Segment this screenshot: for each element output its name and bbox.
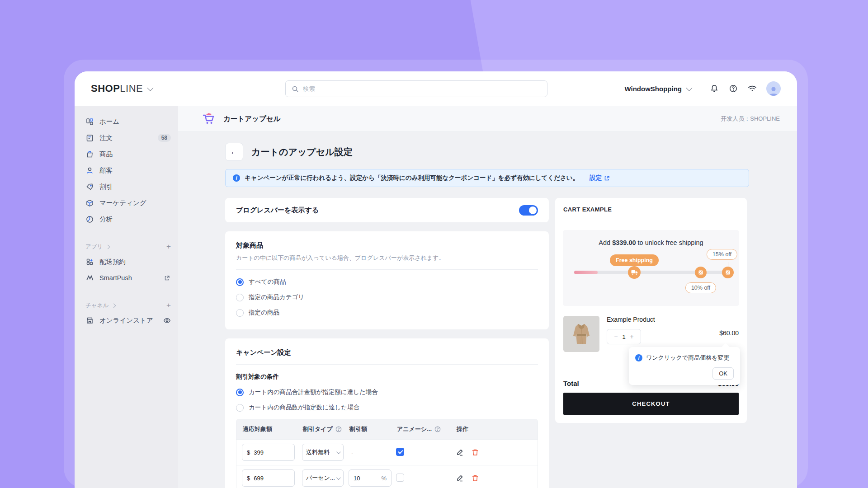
header-divider [700, 84, 700, 94]
total-label: Total [563, 380, 579, 387]
sidebar-item-products[interactable]: 商品 [75, 146, 178, 162]
shopline-logo[interactable]: SHOPLINE [91, 83, 152, 94]
cart-example-card: CART EXAMPLE Add $339.00 to unlock free … [555, 198, 747, 423]
col-target-amount: 適応対象額 [242, 425, 302, 433]
tier2-amount-input[interactable]: $ 699 [242, 469, 295, 487]
ten-percent-pill: 10% off [685, 282, 716, 293]
main-area: カートアップセル 开发人员：SHOPLINE ← カートのアップセル設定 i キ… [178, 106, 797, 488]
truck-icon [631, 270, 638, 275]
sidebar-item-label: 顧客 [99, 166, 171, 175]
app-header: SHOPLINE WindowShopping [75, 71, 797, 106]
search-input[interactable] [303, 85, 542, 92]
tier2-animation-checkbox[interactable] [396, 474, 404, 482]
shopping-bag-icon [85, 150, 94, 158]
tier1-animation-checkbox[interactable] [396, 448, 404, 456]
analytics-pie-icon [85, 215, 94, 223]
sidebar-spacer [75, 227, 178, 240]
free-shipping-pill: Free shipping [610, 254, 659, 266]
add-app-button[interactable]: + [166, 242, 171, 251]
divider [236, 269, 538, 270]
sidebar-item-analytics[interactable]: 分析 [75, 211, 178, 227]
coupon-icon [698, 270, 703, 275]
cart-example-title: CART EXAMPLE [563, 206, 739, 213]
checkout-button[interactable]: CHECKOUT [563, 393, 739, 415]
edit-icon[interactable] [456, 448, 464, 456]
quantity-stepper[interactable]: − 1 + [607, 329, 641, 344]
sidebar-item-orders[interactable]: 注文 58 [75, 130, 178, 146]
help-circle-icon [434, 426, 441, 432]
divider [236, 364, 538, 365]
radio-all-products[interactable]: すべての商品 [236, 278, 538, 286]
col-operations: 操作 [456, 425, 532, 433]
progress-bar-toggle[interactable] [519, 205, 538, 216]
cart-item-row: Example Product − 1 + $60.00 [563, 316, 739, 352]
orders-icon [85, 134, 94, 142]
plus-icon[interactable]: + [630, 333, 634, 340]
app-title: カートアップセル [223, 114, 281, 124]
progress-preview-panel: Add $339.00 to unlock free shipping Free… [563, 230, 739, 306]
user-avatar[interactable] [766, 81, 781, 96]
sidebar-item-discounts[interactable]: 割引 [75, 178, 178, 195]
col-discount-amount: 割引額 [349, 425, 396, 433]
radio-specific-category[interactable]: 指定の商品カテゴリ [236, 293, 538, 301]
chevron-down-icon [686, 85, 692, 91]
back-button[interactable]: ← [225, 143, 243, 161]
tier1-type-select[interactable]: 送料無料 [302, 444, 344, 461]
fifteen-percent-pill: 15% off [707, 249, 737, 260]
sidebar-item-smartpush[interactable]: SmartPush [75, 270, 178, 286]
product-image [563, 316, 599, 352]
truck-milestone [628, 266, 641, 279]
sidebar-item-label: SmartPush [99, 274, 160, 282]
unlock-message: Add $339.00 to unlock free shipping [563, 239, 739, 246]
network-wifi-icon[interactable] [747, 84, 757, 94]
notifications-bell-icon[interactable] [709, 84, 719, 94]
delete-icon[interactable] [471, 474, 479, 482]
banner-settings-link[interactable]: 設定 [590, 174, 610, 182]
radio-specific-products[interactable]: 指定の商品 [236, 309, 538, 317]
chevron-right-icon [112, 303, 116, 308]
chevron-down-icon [336, 450, 341, 454]
discount-tiers-table: 適応対象額 割引タイプ 割引額 アニメーシ... 操 [236, 419, 538, 488]
sidebar-item-label: 割引 [99, 183, 171, 191]
sidebar-item-label: 注文 [99, 134, 152, 142]
campaign-settings-card: キャンペーン設定 割引対象の条件 カート内の商品合計金額が指定額に達した場合 カ… [225, 338, 549, 488]
delete-icon[interactable] [471, 448, 479, 456]
sidebar-item-label: 分析 [99, 215, 171, 224]
sidebar-nav: ホーム 注文 58 商品 [75, 106, 178, 488]
sidebar-item-label: マーケティング [99, 199, 171, 207]
table-row: $ 399 送料無料 - [236, 439, 538, 465]
radio-cart-count[interactable]: カート内の商品数が指定数に達した場合 [236, 404, 538, 412]
eye-icon[interactable] [163, 316, 171, 324]
coupon-icon [725, 270, 731, 275]
sidebar-section-apps[interactable]: アプリ + [75, 240, 178, 253]
col-animation: アニメーシ... [396, 425, 456, 433]
radio-icon [236, 404, 244, 412]
info-icon: i [233, 174, 240, 182]
banner-text: キャンペーンが正常に行われるよう、設定から「決済時にのみ利用可能なクーポンコード… [245, 174, 579, 182]
add-channel-button[interactable]: + [166, 301, 171, 310]
store-switcher[interactable]: WindowShopping [625, 85, 691, 93]
tooltip-text: ワンクリックで商品価格を変更 [646, 354, 729, 362]
developer-label: 开发人员：SHOPLINE [721, 115, 780, 123]
col-discount-type: 割引タイプ [302, 425, 349, 433]
chevron-down-icon [147, 85, 154, 91]
sidebar-item-marketing[interactable]: マーケティング [75, 195, 178, 211]
sidebar-item-delivery-booking[interactable]: 配送預約 [75, 253, 178, 270]
tier1-amount-input[interactable]: $ 399 [242, 444, 295, 461]
orders-count-badge: 58 [158, 134, 171, 142]
sidebar-section-channels[interactable]: チャネル + [75, 299, 178, 312]
radio-cart-amount[interactable]: カート内の商品合計金額が指定額に達した場合 [236, 388, 538, 396]
sidebar-item-online-store[interactable]: オンラインストア [75, 312, 178, 328]
sidebar-item-customers[interactable]: 顧客 [75, 162, 178, 178]
search-bar[interactable] [285, 80, 547, 97]
target-products-card: 対象商品 カートの中に以下の商品が入っている場合、プログレスバーが表示されます。… [225, 231, 549, 329]
help-icon[interactable] [728, 84, 738, 94]
tooltip-ok-button[interactable]: OK [712, 367, 734, 380]
minus-icon[interactable]: − [614, 333, 618, 340]
edit-icon[interactable] [456, 474, 464, 482]
store-name: WindowShopping [625, 85, 682, 93]
sidebar-item-home[interactable]: ホーム [75, 113, 178, 130]
tier2-discount-input[interactable]: 10 % [349, 469, 392, 487]
sidebar-item-label: オンラインストア [99, 316, 157, 325]
tier2-type-select[interactable]: パーセン... [302, 469, 344, 487]
